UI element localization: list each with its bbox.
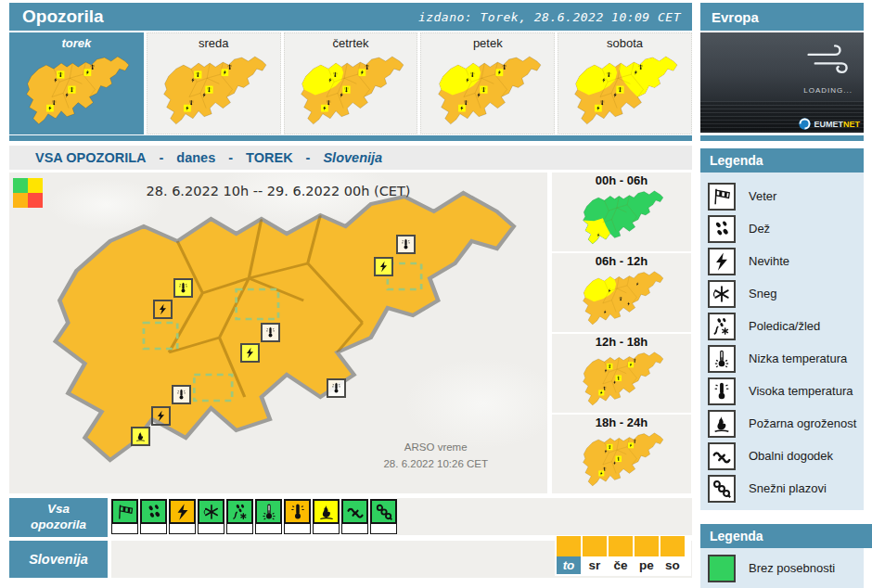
warning-type-filter-button[interactable]: [111, 499, 138, 534]
thunder-warning-icon: [240, 343, 260, 363]
day-tab-label: torek: [10, 36, 143, 52]
thunder-warning-icon: [153, 300, 173, 319]
time-interval-label: 06h - 12h: [552, 254, 691, 268]
warning-type-icon: [111, 499, 138, 524]
thunder-warning-icon: [374, 257, 393, 276]
warnings-scope: danes: [176, 150, 215, 165]
time-interval-label: 00h - 06h: [552, 173, 691, 187]
no-warning-swatch: [708, 555, 736, 582]
day-tabs: torek sreda četrtek petek sobota: [9, 32, 692, 134]
legend-item-label: Veter: [749, 189, 776, 203]
warning-type-icon: [370, 499, 397, 524]
separator: -: [306, 150, 311, 165]
mini-day-button[interactable]: sr: [583, 535, 607, 576]
time-interval-map[interactable]: 18h - 24h: [552, 415, 691, 493]
day-tab-label: četrtek: [285, 36, 417, 52]
day-tab[interactable]: četrtek: [284, 32, 418, 134]
legend-icon-box: [708, 248, 736, 275]
legend-item-label: Sneg: [749, 287, 776, 300]
map-attribution: ARSO vreme 28. 6.2022 10:26 CET: [383, 440, 488, 473]
issued-timestamp: izdano: Torek, 28.6.2022 10:09 CET: [418, 10, 681, 24]
warning-type-filter-button[interactable]: [284, 499, 311, 534]
mini-day-button[interactable]: to: [557, 535, 581, 576]
mini-day-square: [660, 536, 685, 556]
hightemp-warning-icon: [261, 323, 280, 342]
slovenia-minimap: [552, 349, 691, 413]
slovenia-minimap: [552, 268, 691, 332]
warning-type-filter-button[interactable]: [140, 499, 167, 534]
europe-header-label: Evropa: [712, 9, 759, 25]
map-source: ARSO vreme: [383, 440, 488, 456]
mini-day-square: [635, 536, 659, 556]
day-tab[interactable]: sobota: [558, 32, 692, 134]
time-interval-map[interactable]: 12h - 18h: [552, 334, 691, 413]
legend-icon-box: [708, 475, 736, 503]
europe-preview-image[interactable]: LOADING... EUMETNET: [700, 32, 864, 133]
warning-type-icon: [313, 499, 340, 524]
warning-type-filter-button[interactable]: [169, 499, 196, 534]
warning-type-filter-button[interactable]: [255, 499, 282, 534]
warnings-day: TOREK: [246, 150, 293, 165]
filter-strip: [313, 524, 340, 534]
filter-strip: [169, 524, 196, 534]
mini-day-label: pe: [635, 556, 659, 574]
warning-type-icon: [255, 499, 282, 524]
fire-warning-icon: [131, 427, 150, 446]
separator: -: [228, 150, 233, 165]
legend-icon: [712, 219, 732, 239]
legend-item-label: Nevihte: [749, 254, 789, 268]
slovenia-minimap: [552, 187, 691, 251]
time-interval-map[interactable]: 06h - 12h: [552, 253, 691, 332]
filter-strip: [111, 524, 138, 534]
warning-type-filter-button[interactable]: [370, 499, 397, 534]
legend-icon: [712, 186, 732, 207]
map-date-range: 28. 6.2022 10h -- 29. 6.2022 00h (CET): [9, 184, 547, 198]
europe-header[interactable]: Evropa: [700, 3, 864, 31]
mini-day-label: sr: [583, 556, 607, 574]
warning-type-icon: [140, 499, 167, 524]
warning-type-filter-button[interactable]: [198, 499, 224, 534]
day-tab-label: sreda: [147, 36, 280, 52]
legend-icon: [712, 349, 732, 369]
legend-icon: [712, 251, 732, 272]
all-warnings-filter-button[interactable]: Vsa opozorila: [9, 498, 108, 537]
eumetnet-swirl-icon: [798, 117, 812, 131]
time-interval-label: 12h - 18h: [552, 335, 691, 349]
warning-type-filter-button[interactable]: [313, 499, 340, 534]
time-interval-maps: 00h - 06h 06h - 12h 12h - 18h 18h - 24h: [552, 173, 691, 493]
day-tab[interactable]: torek: [9, 32, 144, 134]
loading-text: LOADING...: [803, 86, 853, 95]
slovenia-minimap: [552, 429, 691, 493]
filter-strip: [341, 524, 368, 534]
mini-day-button[interactable]: pe: [635, 535, 659, 576]
page: Opozorila izdano: Torek, 28.6.2022 10:09…: [0, 0, 872, 588]
mini-day-button[interactable]: so: [660, 535, 685, 576]
warning-type-filters: [111, 499, 397, 534]
legend-icon-box: [708, 183, 736, 211]
day-tab[interactable]: sreda: [147, 32, 281, 134]
warning-type-filter-button[interactable]: [341, 499, 368, 534]
separator-bar: [700, 135, 864, 141]
day-tab[interactable]: petek: [420, 32, 555, 134]
warning-type-icon: [226, 499, 253, 524]
legend-item: Snežni plazovi: [708, 472, 864, 505]
legend-item: Požarna ogroženost: [708, 407, 864, 440]
mini-day-selector: to sr če pe so: [555, 535, 691, 576]
legend2-body: Brez posebnosti: [700, 548, 864, 588]
legend-item-label: Dež: [749, 222, 770, 236]
main-map-panel: 28. 6.2022 10h -- 29. 6.2022 00h (CET) A…: [9, 173, 547, 493]
filter-strip: [370, 524, 397, 534]
region-filter-button[interactable]: Slovenija: [9, 541, 108, 578]
filler: [397, 498, 692, 535]
time-interval-map[interactable]: 00h - 06h: [552, 173, 691, 251]
legend-item-label: Nizka temperatura: [749, 352, 847, 365]
warning-type-icon: [341, 499, 368, 524]
mini-day-button[interactable]: če: [609, 535, 633, 576]
warning-type-filter-button[interactable]: [226, 499, 253, 534]
legend-icon: [712, 381, 732, 402]
mini-day-label: so: [660, 556, 685, 574]
legend-icon-box: [708, 377, 736, 405]
slovenia-minimap: [285, 52, 417, 134]
legend-item: Poledica/žled: [708, 310, 864, 342]
filter-strip: [226, 524, 253, 534]
